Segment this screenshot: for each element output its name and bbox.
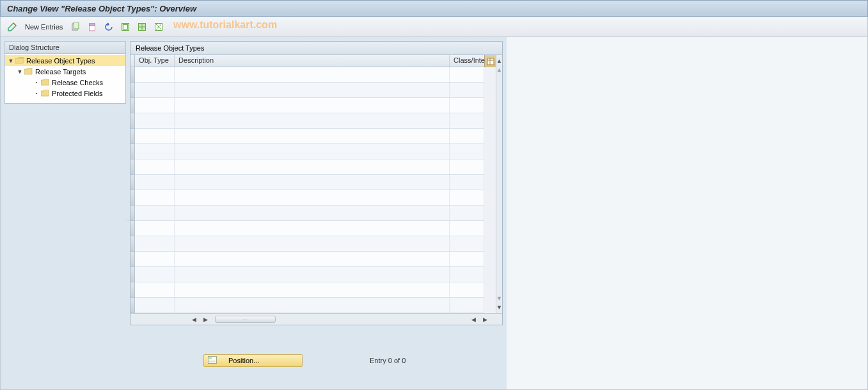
scroll-right-end-icon[interactable]: ▶ xyxy=(480,315,489,324)
tree-node-release-targets[interactable]: ▼ Release Targets xyxy=(5,66,125,77)
folder-icon xyxy=(41,90,50,97)
folder-icon xyxy=(24,68,33,75)
content-area: Release Object Types xyxy=(130,37,507,389)
scroll-thumb[interactable]: ⋯ xyxy=(215,316,276,323)
folder-icon xyxy=(41,79,50,86)
row-selector[interactable] xyxy=(130,129,135,144)
svg-rect-17 xyxy=(209,361,216,362)
column-description[interactable]: Description xyxy=(175,55,450,67)
table-row[interactable] xyxy=(135,206,484,221)
entry-count: Entry 0 of 0 xyxy=(370,357,406,364)
svg-rect-16 xyxy=(209,357,212,359)
leaf-bullet-icon: • xyxy=(33,79,40,85)
row-selector[interactable] xyxy=(130,144,135,159)
footer-row: Position... Entry 0 of 0 xyxy=(203,354,503,367)
scroll-down-icon[interactable]: ▼ xyxy=(496,303,502,312)
select-all-rows[interactable] xyxy=(130,55,135,67)
table-row[interactable] xyxy=(135,298,484,313)
position-button[interactable]: Position... xyxy=(203,354,303,367)
table-row[interactable] xyxy=(135,67,484,83)
dialog-structure-panel: Dialog Structure ▼ Release Object Types … xyxy=(4,41,126,104)
dialog-structure-header: Dialog Structure xyxy=(5,42,125,54)
row-selector[interactable] xyxy=(130,298,135,313)
tree-label: Release Targets xyxy=(35,68,86,76)
row-selector[interactable] xyxy=(130,98,135,113)
select-all-icon[interactable] xyxy=(119,20,132,33)
copy-as-icon[interactable] xyxy=(69,20,82,33)
row-selector[interactable] xyxy=(130,83,135,98)
row-selector[interactable] xyxy=(130,175,135,190)
tree-node-release-checks[interactable]: • Release Checks xyxy=(5,77,125,88)
table-row[interactable] xyxy=(135,175,484,190)
row-selector[interactable] xyxy=(130,252,135,267)
dialog-structure-tree: ▼ Release Object Types ▼ Release Targets… xyxy=(5,54,125,103)
row-selector[interactable] xyxy=(130,221,135,236)
delete-icon[interactable] xyxy=(86,20,99,33)
tree-label: Protected Fields xyxy=(52,90,102,97)
table-row[interactable] xyxy=(135,159,484,175)
leaf-bullet-icon: • xyxy=(33,90,40,96)
main-area: Dialog Structure ▼ Release Object Types … xyxy=(0,37,868,390)
watermark-text: www.tutorialkart.com xyxy=(173,19,277,31)
position-label: Position... xyxy=(228,357,259,364)
release-object-types-panel: Release Object Types xyxy=(130,41,503,325)
svg-rect-1 xyxy=(74,22,79,29)
row-selector[interactable] xyxy=(130,67,135,83)
scroll-down-icon[interactable]: ▼ xyxy=(496,294,502,303)
table-row[interactable] xyxy=(135,282,484,298)
collapse-icon[interactable]: ▼ xyxy=(17,69,23,75)
grid-body xyxy=(135,67,484,313)
toggle-change-icon[interactable] xyxy=(6,20,19,33)
position-icon xyxy=(208,356,217,365)
row-selector[interactable] xyxy=(130,236,135,252)
select-block-icon[interactable] xyxy=(136,20,148,33)
panel-title: Release Object Types xyxy=(130,42,502,55)
tree-label: Release Checks xyxy=(52,79,103,86)
scroll-left-icon[interactable]: ◀ xyxy=(189,315,198,324)
new-entries-button[interactable]: New Entries xyxy=(22,22,65,32)
tree-label: Release Object Types xyxy=(26,57,95,65)
table-control: Obj. Type Description Class/Inte xyxy=(130,55,502,313)
row-selector[interactable] xyxy=(130,206,135,221)
title-bar: Change View "Release Object Types": Over… xyxy=(0,0,868,17)
tree-node-release-object-types[interactable]: ▼ Release Object Types xyxy=(5,55,125,66)
table-row[interactable] xyxy=(135,221,484,236)
scroll-right-icon[interactable]: ▶ xyxy=(201,315,210,324)
table-row[interactable] xyxy=(135,190,484,206)
collapse-icon[interactable]: ▼ xyxy=(8,58,14,64)
table-row[interactable] xyxy=(135,129,484,144)
svg-rect-12 xyxy=(487,58,494,65)
svg-rect-5 xyxy=(123,24,128,29)
table-row[interactable] xyxy=(135,113,484,129)
table-row[interactable] xyxy=(135,236,484,252)
table-row[interactable] xyxy=(135,252,484,267)
scroll-up-icon[interactable]: ▲ xyxy=(496,65,502,74)
row-selector[interactable] xyxy=(130,113,135,129)
undo-change-icon[interactable] xyxy=(102,20,115,33)
table-row[interactable] xyxy=(135,98,484,113)
row-selectors-column xyxy=(130,55,135,313)
vertical-scrollbar[interactable]: ▲ ▲ ▼ ▼ xyxy=(496,55,502,313)
grid: Obj. Type Description Class/Inte xyxy=(135,55,484,313)
table-settings-icon[interactable] xyxy=(484,55,496,67)
deselect-all-icon[interactable] xyxy=(152,20,165,33)
grid-header: Obj. Type Description Class/Inte xyxy=(135,55,484,67)
horizontal-scrollbar[interactable]: ◀ ▶ ⋯ ◀ ▶ xyxy=(130,313,502,325)
application-toolbar: New Entries www.tutorialkart.com xyxy=(0,17,868,37)
row-selector[interactable] xyxy=(130,282,135,298)
column-obj-type[interactable]: Obj. Type xyxy=(135,55,175,67)
column-class-interface[interactable]: Class/Inte xyxy=(450,55,484,67)
scroll-left-end-icon[interactable]: ◀ xyxy=(469,315,478,324)
blank-area xyxy=(507,37,867,389)
folder-open-icon xyxy=(15,57,24,64)
table-row[interactable] xyxy=(135,144,484,159)
row-selector[interactable] xyxy=(130,267,135,282)
tree-node-protected-fields[interactable]: • Protected Fields xyxy=(5,88,125,99)
row-selector[interactable] xyxy=(130,190,135,206)
table-row[interactable] xyxy=(135,83,484,98)
row-selector[interactable] xyxy=(130,159,135,175)
svg-rect-3 xyxy=(90,24,95,26)
page-title: Change View "Release Object Types": Over… xyxy=(7,4,196,13)
table-row[interactable] xyxy=(135,267,484,282)
scroll-up-icon[interactable]: ▲ xyxy=(496,56,502,65)
